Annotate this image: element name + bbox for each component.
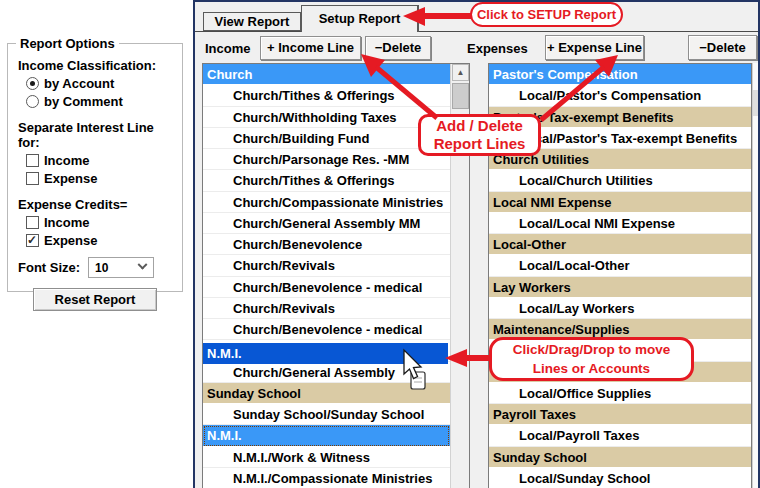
income-column-label: Income	[205, 41, 251, 56]
income-classification-label: Income Classification:	[18, 58, 176, 73]
checkbox-separate-expense[interactable]: Expense	[26, 170, 176, 186]
account-line-item[interactable]: Church/Tithes & Offerings	[203, 170, 450, 191]
checkbox-icon[interactable]	[26, 216, 39, 229]
account-line-item[interactable]: Local/Local NMI Expense	[489, 213, 751, 234]
account-line-item[interactable]: Local/Office Supplies	[489, 383, 751, 404]
report-line-header[interactable]: Pastor's Compensation	[489, 64, 751, 85]
groupbox-title: Report Options	[16, 36, 119, 51]
checkbox-credits-expense[interactable]: Expense	[26, 232, 176, 248]
account-line-item[interactable]: Church/Compassionate Ministries	[203, 192, 450, 213]
report-line-header[interactable]: Sunday School	[489, 447, 751, 468]
font-size-dropdown[interactable]: 10	[88, 257, 154, 278]
callout-text: Lines or Accounts	[533, 359, 650, 378]
callout-text: Report Lines	[434, 135, 526, 153]
account-line-item[interactable]: Church/Revivals	[203, 298, 450, 319]
expenses-column-label: Expenses	[467, 41, 528, 56]
scrollbar-thumb	[753, 90, 758, 116]
credits-expense-label: Expense	[44, 233, 97, 248]
callout-click-to-setup: Click to SETUP Report	[470, 2, 623, 27]
delete-income-line-button[interactable]: −Delete	[365, 36, 431, 60]
callout-drag-drop-move: Click/Drag/Drop to move Lines or Account…	[489, 337, 694, 381]
account-line-item[interactable]: Local/Lay Workers	[489, 298, 751, 319]
account-line-item[interactable]: Sunday School/Sunday School	[203, 404, 450, 425]
tab-setup-report[interactable]: Setup Report	[301, 5, 419, 32]
account-line-item[interactable]: Church/Revivals	[203, 255, 450, 276]
radio-by-comment[interactable]: by Comment	[26, 93, 176, 109]
separate-interest-label: Separate Interest Line for:	[18, 120, 176, 150]
account-line-item[interactable]: Local/Sunday School	[489, 468, 751, 488]
delete-expense-line-button[interactable]: −Delete	[688, 35, 757, 60]
checkbox-icon[interactable]	[26, 172, 39, 185]
account-line-item[interactable]: Church/Parsonage Res. -MM	[203, 149, 450, 170]
account-line-item[interactable]: Church/Building Fund	[203, 128, 450, 149]
report-line-header[interactable]: Church	[203, 64, 450, 85]
report-line-header[interactable]: Local-Other	[489, 234, 751, 255]
add-income-line-button[interactable]: + Income Line	[260, 36, 361, 60]
font-size-value: 10	[95, 261, 108, 275]
income-rows: ChurchChurch/Tithes & OfferingsChurch/Wi…	[203, 64, 450, 488]
checkbox-separate-income[interactable]: Income	[26, 152, 176, 168]
separate-expense-label: Expense	[44, 171, 97, 186]
callout-add-delete-lines: Add / Delete Report Lines	[418, 114, 541, 156]
chevron-down-icon	[138, 260, 148, 270]
account-line-item[interactable]: Local/Church Utilities	[489, 170, 751, 191]
account-line-item[interactable]: Local/Local-Other	[489, 255, 751, 276]
account-line-item[interactable]: Church/Benevolence - medical	[203, 319, 450, 340]
callout-text: Click/Drag/Drop to move	[513, 340, 671, 359]
dragged-line-nmi[interactable]: N.M.I.	[203, 343, 448, 364]
report-line-header[interactable]: Lay Workers	[489, 277, 751, 298]
tabstrip-divider	[195, 31, 758, 32]
account-line-item[interactable]: N.M.I./Compassionate Ministries	[203, 468, 450, 488]
account-line-item[interactable]: Church/Tithes & Offerings	[203, 85, 450, 106]
radio-by-account-label: by Account	[44, 76, 114, 91]
radio-button-selected-icon[interactable]	[26, 77, 39, 90]
scroll-up-arrow-icon[interactable]: ▲	[452, 64, 469, 81]
checkbox-credits-income[interactable]: Income	[26, 214, 176, 230]
report-line-header[interactable]: Local NMI Expense	[489, 192, 751, 213]
radio-button-icon[interactable]	[26, 95, 39, 108]
checkbox-icon[interactable]	[26, 154, 39, 167]
callout-text: Add / Delete	[436, 117, 523, 135]
account-line-item[interactable]: Church/Benevolence	[203, 234, 450, 255]
report-options-groupbox: Report Options Income Classification: by…	[7, 36, 183, 292]
account-line-item[interactable]: Church/General Assembly	[203, 362, 450, 383]
scrollbar-thumb[interactable]	[452, 83, 469, 109]
radio-by-comment-label: by Comment	[44, 94, 123, 109]
tab-view-report[interactable]: View Report	[203, 12, 301, 31]
report-line-header[interactable]: Payroll Taxes	[489, 404, 751, 425]
account-line-item[interactable]: Local/Pastor's Compensation	[489, 85, 751, 106]
checkbox-checked-icon[interactable]	[26, 234, 39, 247]
account-line-item[interactable]: Local/Payroll Taxes	[489, 425, 751, 446]
report-setup-window: View Report Setup Report Income + Income…	[193, 0, 760, 488]
account-line-item[interactable]: Church/General Assembly MM	[203, 213, 450, 234]
reset-report-button[interactable]: Reset Report	[33, 288, 157, 311]
expense-credits-label: Expense Credits=	[18, 197, 176, 212]
callout-text: Click to SETUP Report	[477, 7, 616, 22]
separate-income-label: Income	[44, 153, 90, 168]
report-line-header[interactable]: N.M.I.	[203, 425, 450, 446]
radio-by-account[interactable]: by Account	[26, 75, 176, 91]
font-size-label: Font Size:	[18, 260, 80, 275]
account-line-item[interactable]: Church/Withholding Taxes	[203, 107, 450, 128]
report-line-header[interactable]: Sunday School	[203, 383, 450, 404]
report-options-panel: Report Options Income Classification: by…	[0, 0, 193, 488]
account-line-item[interactable]: Church/Benevolence - medical	[203, 277, 450, 298]
expense-list-scrollbar[interactable]	[752, 63, 758, 488]
credits-income-label: Income	[44, 215, 90, 230]
account-line-item[interactable]: N.M.I./Work & Witness	[203, 447, 450, 468]
add-expense-line-button[interactable]: + Expense Line	[545, 35, 644, 60]
